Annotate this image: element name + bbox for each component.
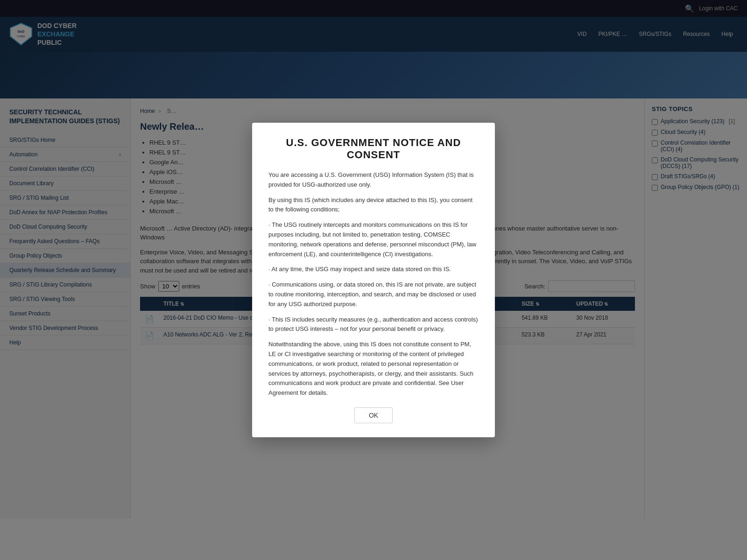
consent-modal: U.S. GOVERNMENT NOTICE AND CONSENT You a… bbox=[252, 123, 495, 437]
modal-title: U.S. GOVERNMENT NOTICE AND CONSENT bbox=[268, 137, 479, 161]
modal-para-5: · Communications using, or data stored o… bbox=[268, 280, 479, 309]
modal-para-1: You are accessing a U.S. Government (USG… bbox=[268, 170, 479, 190]
modal-body: You are accessing a U.S. Government (USG… bbox=[268, 170, 479, 398]
modal-para-4: · At any time, the USG may inspect and s… bbox=[268, 265, 479, 274]
modal-para-2: By using this IS (which includes any dev… bbox=[268, 196, 479, 215]
modal-overlay: U.S. GOVERNMENT NOTICE AND CONSENT You a… bbox=[0, 0, 747, 518]
modal-para-6: · This IS includes security measures (e.… bbox=[268, 315, 479, 335]
modal-para-3: · The USG routinely intercepts and monit… bbox=[268, 220, 479, 259]
modal-ok-button[interactable]: OK bbox=[354, 407, 393, 423]
modal-para-7: Notwithstanding the above, using this IS… bbox=[268, 340, 479, 398]
